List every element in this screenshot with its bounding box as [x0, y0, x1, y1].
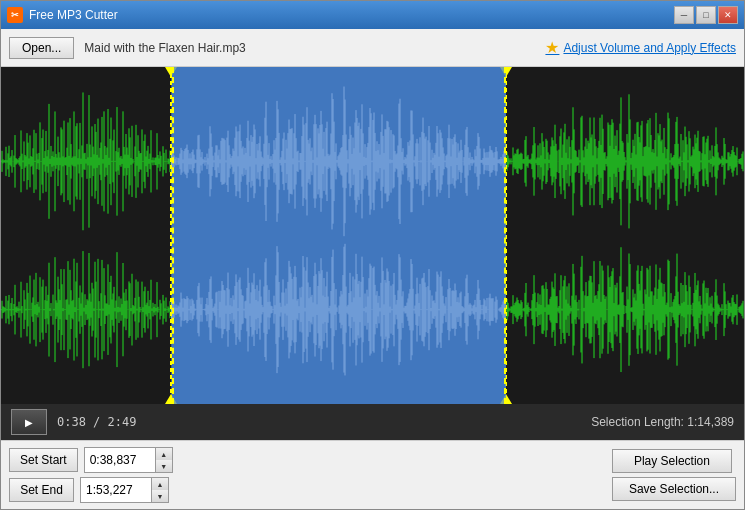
- app-icon: ✂: [7, 7, 23, 23]
- effects-label[interactable]: Adjust Volume and Apply Effects: [563, 41, 736, 55]
- play-button[interactable]: ▶: [11, 409, 47, 435]
- end-time-group: ▲ ▼: [80, 477, 169, 503]
- waveform-canvas[interactable]: [1, 67, 744, 404]
- star-icon: ★: [545, 38, 559, 57]
- set-start-button[interactable]: Set Start: [9, 448, 78, 472]
- end-time-up[interactable]: ▲: [152, 478, 168, 490]
- end-time-down[interactable]: ▼: [152, 490, 168, 502]
- start-time-down[interactable]: ▼: [156, 460, 172, 472]
- main-window: ✂ Free MP3 Cutter ─ □ ✕ Open... Maid wit…: [0, 0, 745, 510]
- start-time-up[interactable]: ▲: [156, 448, 172, 460]
- window-controls: ─ □ ✕: [674, 6, 738, 24]
- start-time-spinner: ▲ ▼: [155, 448, 172, 472]
- start-time-group: ▲ ▼: [84, 447, 173, 473]
- play-selection-row: Play Selection: [612, 449, 736, 473]
- save-selection-button[interactable]: Save Selection...: [612, 477, 736, 501]
- end-time-input[interactable]: [81, 480, 151, 500]
- save-selection-row: Save Selection...: [612, 477, 736, 501]
- transport-bar: ▶ 0:38 / 2:49 Selection Length: 1:14,389: [1, 404, 744, 440]
- title-bar: ✂ Free MP3 Cutter ─ □ ✕: [1, 1, 744, 29]
- filename-label: Maid with the Flaxen Hair.mp3: [84, 41, 545, 55]
- open-button[interactable]: Open...: [9, 37, 74, 59]
- waveform-area[interactable]: [1, 67, 744, 404]
- end-row: Set End ▲ ▼: [9, 477, 173, 503]
- play-selection-button[interactable]: Play Selection: [612, 449, 732, 473]
- end-time-spinner: ▲ ▼: [151, 478, 168, 502]
- time-display: 0:38 / 2:49: [57, 415, 136, 429]
- time-controls: Set Start ▲ ▼ Set End ▲ ▼: [9, 447, 173, 503]
- selection-length-display: Selection Length: 1:14,389: [591, 415, 734, 429]
- bottom-controls: Set Start ▲ ▼ Set End ▲ ▼: [1, 440, 744, 509]
- effects-link[interactable]: ★ Adjust Volume and Apply Effects: [545, 38, 736, 57]
- action-buttons: Play Selection Save Selection...: [612, 449, 736, 501]
- set-end-button[interactable]: Set End: [9, 478, 74, 502]
- toolbar: Open... Maid with the Flaxen Hair.mp3 ★ …: [1, 29, 744, 67]
- start-row: Set Start ▲ ▼: [9, 447, 173, 473]
- maximize-button[interactable]: □: [696, 6, 716, 24]
- minimize-button[interactable]: ─: [674, 6, 694, 24]
- start-time-input[interactable]: [85, 450, 155, 470]
- close-button[interactable]: ✕: [718, 6, 738, 24]
- window-title: Free MP3 Cutter: [29, 8, 668, 22]
